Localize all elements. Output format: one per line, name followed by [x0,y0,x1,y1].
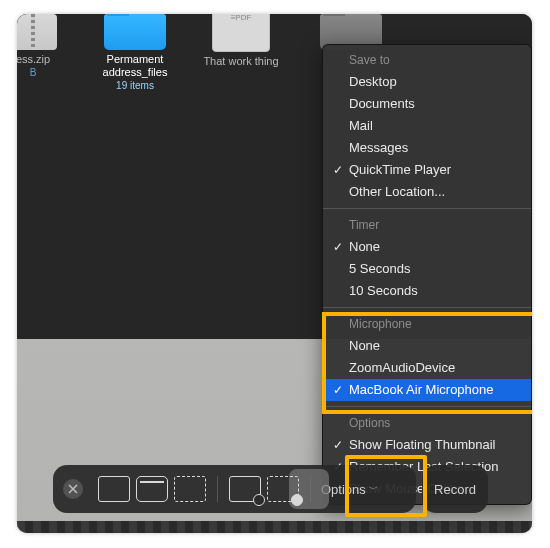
check-icon: ✓ [333,238,343,256]
check-icon: ✓ [333,161,343,179]
document-icon [212,14,270,52]
check-icon: ✓ [333,381,343,399]
close-button[interactable] [63,479,83,499]
file-item[interactable]: Permament address_files 19 items [89,14,181,91]
menu-item-timer-5s[interactable]: 5 Seconds [323,258,531,280]
file-label: That work thing [195,55,287,68]
menu-item-floating-thumb[interactable]: ✓Show Floating Thumbnail [323,434,531,456]
menu-separator [323,208,531,209]
record-selection-button[interactable] [267,476,299,502]
zip-icon [17,14,57,50]
folder-icon [104,14,166,50]
file-label: ess.zip [17,53,79,66]
close-icon [68,484,78,494]
record-dot-icon [291,494,303,506]
file-item[interactable]: That work thing [195,14,287,68]
menu-section-microphone: Microphone [323,313,531,335]
app-frame: ess.zip B Permament address_files 19 ite… [17,14,532,533]
menu-item-desktop[interactable]: Desktop [323,71,531,93]
capture-window-button[interactable] [136,476,168,502]
capture-selection-button[interactable] [174,476,206,502]
capture-entire-screen-button[interactable] [98,476,130,502]
chevron-down-icon: ﹀ [369,483,378,496]
menu-item-mic-none[interactable]: None [323,335,531,357]
menu-item-mic-macbook[interactable]: ✓MacBook Air Microphone [323,379,531,401]
menu-item-other-location[interactable]: Other Location... [323,181,531,203]
menu-item-timer-10s[interactable]: 10 Seconds [323,280,531,302]
record-button[interactable]: Record [422,465,488,513]
check-icon: ✓ [333,436,343,454]
toolbar-separator [217,476,218,502]
menu-separator [323,307,531,308]
menu-item-mic-zoom[interactable]: ZoomAudioDevice [323,357,531,379]
menu-separator [323,406,531,407]
bottom-edge [17,521,532,533]
record-label: Record [434,482,476,497]
file-label: Permament address_files [89,53,181,79]
options-menu: Save to Desktop Documents Mail Messages … [322,44,532,505]
menu-item-documents[interactable]: Documents [323,93,531,115]
menu-item-messages[interactable]: Messages [323,137,531,159]
file-sub: B [17,67,79,78]
menu-item-quicktime[interactable]: ✓QuickTime Player [323,159,531,181]
menu-item-mail[interactable]: Mail [323,115,531,137]
file-sub: 19 items [89,80,181,91]
menu-section-options: Options [323,412,531,434]
record-entire-screen-button[interactable] [229,476,261,502]
file-item[interactable]: ess.zip B [17,14,79,78]
menu-section-timer: Timer [323,214,531,236]
menu-item-timer-none[interactable]: ✓None [323,236,531,258]
toolbar-bg: Options ﹀ [53,465,416,513]
record-dot-icon [253,494,265,506]
menu-section-save-to: Save to [323,49,531,71]
screenshot-toolbar: Options ﹀ Record [53,465,488,513]
